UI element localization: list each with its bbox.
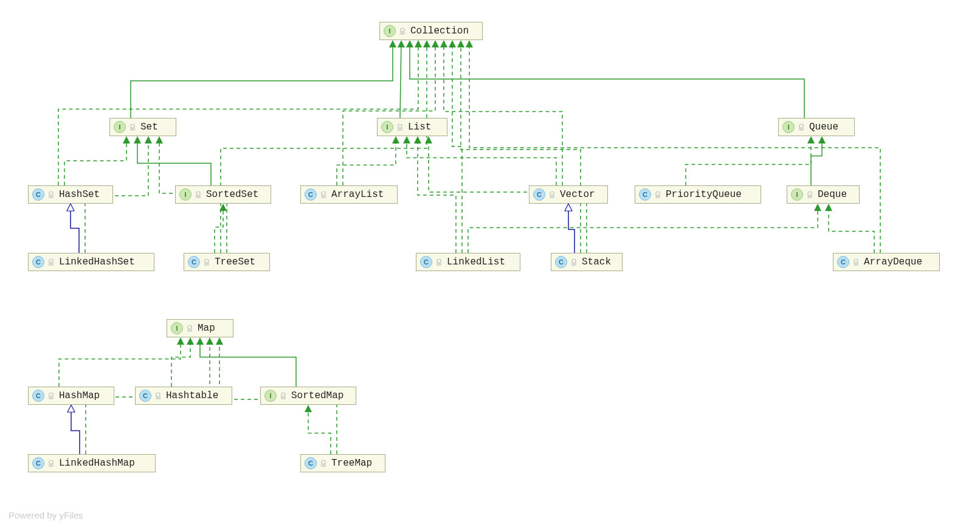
- arrowhead: [415, 40, 422, 47]
- svg-rect-8: [655, 195, 660, 198]
- edge-hashset-to-collection: [58, 41, 418, 185]
- node-stack[interactable]: CStack: [551, 253, 623, 271]
- node-deque[interactable]: IDeque: [787, 185, 860, 204]
- arrowhead: [216, 337, 223, 345]
- svg-rect-10: [49, 262, 53, 266]
- node-arraylist[interactable]: CArrayList: [300, 185, 398, 204]
- node-label: ArrayDeque: [864, 257, 922, 267]
- arrowhead: [219, 204, 227, 211]
- class-icon: C: [533, 188, 545, 201]
- lock-icon: [853, 258, 859, 266]
- edge-arraylist-to-collection: [343, 41, 435, 185]
- node-linkedhashmap[interactable]: CLinkedHashMap: [28, 454, 156, 472]
- svg-rect-3: [799, 127, 804, 131]
- svg-rect-16: [49, 396, 53, 399]
- node-set[interactable]: ISet: [109, 118, 176, 136]
- node-hashset[interactable]: CHashSet: [28, 185, 113, 204]
- arrowhead: [392, 136, 399, 143]
- arrowhead: [423, 40, 430, 47]
- node-linkedlist[interactable]: CLinkedList: [416, 253, 520, 271]
- edge-stack-to-vector: [568, 205, 575, 253]
- arrowhead: [403, 136, 410, 143]
- interface-icon: I: [381, 121, 393, 133]
- arrowhead: [67, 204, 74, 211]
- edge-treeset-to-collection: [221, 41, 427, 253]
- node-arraydeque[interactable]: CArrayDeque: [833, 253, 940, 271]
- class-icon: C: [139, 390, 151, 402]
- node-label: HashSet: [59, 189, 100, 200]
- node-sortedmap[interactable]: ISortedMap: [260, 387, 356, 405]
- node-vector[interactable]: CVector: [529, 185, 608, 204]
- arrowhead: [466, 40, 473, 47]
- interface-icon: I: [114, 121, 126, 133]
- svg-rect-12: [437, 262, 441, 266]
- node-sortedset[interactable]: ISortedSet: [175, 185, 271, 204]
- node-label: HashMap: [59, 390, 100, 401]
- class-icon: C: [32, 188, 44, 201]
- class-icon: C: [837, 256, 849, 268]
- class-icon: C: [305, 457, 317, 469]
- arrowhead: [457, 40, 464, 47]
- svg-rect-1: [130, 127, 135, 131]
- node-hashtable[interactable]: CHashtable: [135, 387, 232, 405]
- edge-hashmap-to-map: [59, 339, 181, 387]
- node-queue[interactable]: IQueue: [778, 118, 855, 136]
- edge-linkedlist-to-list: [418, 137, 456, 253]
- arrowhead: [425, 136, 432, 143]
- arrowhead: [814, 204, 821, 211]
- node-label: Stack: [582, 257, 611, 267]
- edge-vector-to-list: [407, 137, 556, 185]
- node-label: LinkedList: [447, 257, 505, 267]
- edge-stack-to-collection: [461, 41, 581, 253]
- arrowhead: [187, 337, 194, 345]
- svg-rect-0: [400, 31, 405, 35]
- node-treemap[interactable]: CTreeMap: [300, 454, 385, 472]
- node-collection[interactable]: ICollection: [379, 22, 483, 40]
- node-linkedhashset[interactable]: CLinkedHashSet: [28, 253, 154, 271]
- lock-icon: [155, 392, 161, 399]
- node-list[interactable]: IList: [377, 118, 447, 136]
- arrowhead: [389, 40, 396, 47]
- lock-icon: [48, 191, 54, 198]
- arrowhead: [196, 337, 204, 345]
- node-label: SortedMap: [291, 390, 343, 401]
- lock-icon: [436, 258, 442, 266]
- node-map[interactable]: IMap: [167, 319, 233, 337]
- node-label: List: [408, 122, 431, 133]
- arrowhead: [177, 337, 184, 345]
- edge-vector-to-collection: [444, 41, 562, 185]
- svg-rect-11: [204, 262, 209, 266]
- arrowhead: [206, 337, 213, 345]
- edge-priorityqueue-to-queue: [686, 137, 811, 185]
- arrowhead: [398, 40, 405, 47]
- arrowhead: [807, 136, 815, 143]
- node-hashmap[interactable]: CHashMap: [28, 387, 114, 405]
- node-label: TreeSet: [215, 257, 255, 267]
- arrowhead: [565, 204, 572, 211]
- svg-rect-7: [550, 195, 554, 198]
- svg-rect-17: [156, 396, 160, 399]
- node-label: SortedSet: [206, 189, 258, 200]
- lock-icon: [48, 392, 54, 399]
- class-icon: C: [639, 188, 651, 201]
- lock-icon: [549, 191, 555, 198]
- edge-arraylist-to-list: [337, 137, 396, 185]
- node-label: Hashtable: [166, 390, 218, 401]
- node-priorityqueue[interactable]: CPriorityQueue: [635, 185, 761, 204]
- node-label: ArrayList: [331, 189, 384, 200]
- class-icon: C: [188, 256, 200, 268]
- node-treeset[interactable]: CTreeSet: [184, 253, 270, 271]
- arrowhead: [406, 40, 413, 47]
- node-label: Map: [198, 323, 215, 334]
- interface-icon: I: [264, 390, 277, 402]
- edge-hashtable-to-map: [171, 339, 190, 387]
- interface-icon: I: [791, 188, 803, 201]
- edge-deque-to-queue: [811, 137, 822, 185]
- arrowhead: [123, 136, 130, 143]
- lock-icon: [187, 325, 193, 332]
- edge-sortedset-to-set: [137, 137, 211, 185]
- node-label: LinkedHashSet: [59, 257, 135, 267]
- svg-rect-13: [571, 262, 576, 266]
- arrowhead: [414, 136, 421, 143]
- edge-treeset-to-sortedset: [215, 205, 223, 253]
